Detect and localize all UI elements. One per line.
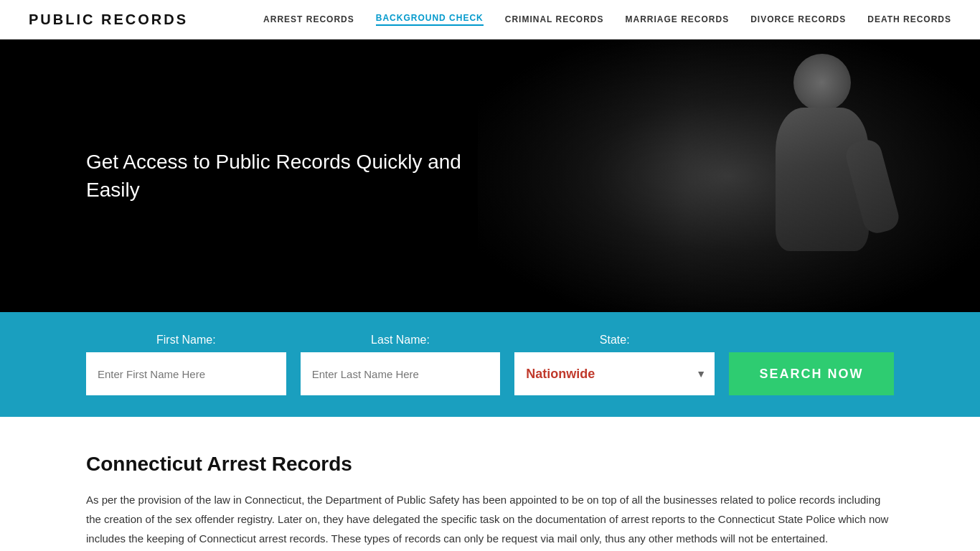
nav-item-death-records[interactable]: DEATH RECORDS (867, 14, 951, 24)
nav-item-marriage-records[interactable]: MARRIAGE RECORDS (626, 14, 730, 24)
last-name-input[interactable] (301, 352, 501, 395)
content-section: Connecticut Arrest Records As per the pr… (0, 417, 980, 551)
search-now-button[interactable]: SEARCH NOW (729, 352, 894, 395)
content-title: Connecticut Arrest Records (86, 453, 894, 476)
state-label: State: (514, 334, 715, 347)
first-name-input[interactable] (86, 352, 286, 395)
hero-content: Get Access to Public Records Quickly and… (0, 148, 481, 204)
search-bar: First Name: Last Name: State: Nationwide… (0, 312, 980, 417)
hero-title: Get Access to Public Records Quickly and… (86, 148, 481, 204)
main-nav: ARREST RECORDSBACKGROUND CHECKCRIMINAL R… (263, 13, 951, 26)
first-name-label: First Name: (86, 334, 286, 347)
nav-item-criminal-records[interactable]: CRIMINAL RECORDS (505, 14, 604, 24)
nav-item-background-check[interactable]: BACKGROUND CHECK (376, 13, 484, 26)
nav-item-arrest-records[interactable]: ARREST RECORDS (263, 14, 354, 24)
state-select[interactable]: NationwideAlabamaAlaskaArizonaArkansasCa… (514, 352, 715, 395)
site-logo[interactable]: PUBLIC RECORDS (29, 11, 188, 28)
last-name-field: Last Name: (301, 334, 501, 395)
hero-section: Get Access to Public Records Quickly and… (0, 39, 980, 312)
content-paragraph-1: As per the provision of the law in Conne… (86, 490, 894, 548)
first-name-field: First Name: (86, 334, 286, 395)
header: PUBLIC RECORDS ARREST RECORDSBACKGROUND … (0, 0, 980, 39)
last-name-label: Last Name: (301, 334, 501, 347)
nav-item-divorce-records[interactable]: DIVORCE RECORDS (750, 14, 846, 24)
state-select-wrapper: NationwideAlabamaAlaskaArizonaArkansasCa… (514, 352, 715, 395)
state-field: State: NationwideAlabamaAlaskaArizonaArk… (514, 334, 715, 395)
